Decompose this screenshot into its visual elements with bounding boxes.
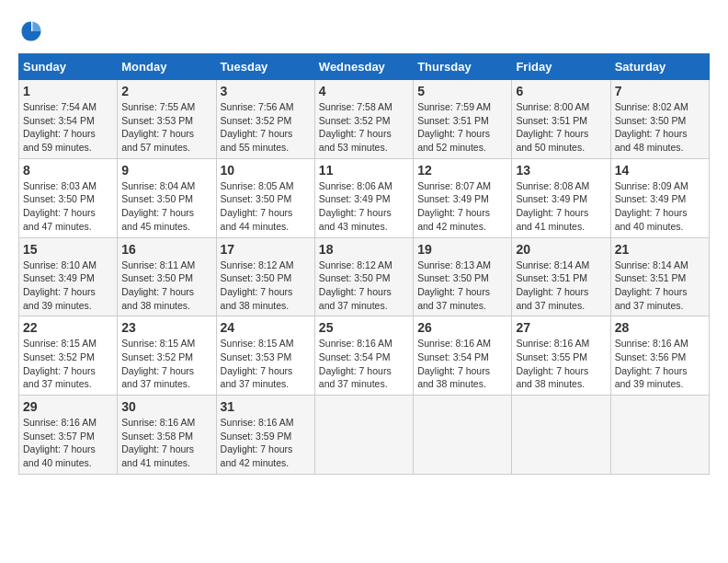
day-info: Sunrise: 8:14 AMSunset: 3:51 PMDaylight:… (615, 259, 688, 311)
calendar-cell: 25Sunrise: 8:16 AMSunset: 3:54 PMDayligh… (314, 316, 413, 396)
calendar-cell: 17Sunrise: 8:12 AMSunset: 3:50 PMDayligh… (216, 237, 314, 316)
day-info: Sunrise: 8:12 AMSunset: 3:50 PMDaylight:… (319, 259, 392, 311)
day-number: 10 (221, 163, 311, 178)
day-info: Sunrise: 8:06 AMSunset: 3:49 PMDaylight:… (319, 180, 392, 232)
calendar-cell (610, 396, 709, 475)
day-info: Sunrise: 8:16 AMSunset: 3:54 PMDaylight:… (417, 338, 491, 389)
day-info: Sunrise: 8:05 AMSunset: 3:50 PMDaylight:… (221, 180, 294, 232)
calendar-cell (314, 396, 413, 475)
calendar-week-4: 22Sunrise: 8:15 AMSunset: 3:52 PMDayligh… (19, 316, 710, 396)
calendar-cell: 11Sunrise: 8:06 AMSunset: 3:49 PMDayligh… (314, 158, 413, 237)
calendar-cell: 23Sunrise: 8:15 AMSunset: 3:52 PMDayligh… (118, 316, 216, 396)
day-info: Sunrise: 7:56 AMSunset: 3:52 PMDaylight:… (221, 101, 294, 153)
day-info: Sunrise: 7:59 AMSunset: 3:51 PMDaylight:… (417, 101, 491, 153)
calendar-cell: 22Sunrise: 8:15 AMSunset: 3:52 PMDayligh… (19, 316, 118, 396)
calendar-cell: 8Sunrise: 8:03 AMSunset: 3:50 PMDaylight… (19, 158, 118, 237)
calendar-cell: 1Sunrise: 7:54 AMSunset: 3:54 PMDaylight… (19, 80, 118, 159)
day-number: 2 (121, 84, 211, 98)
day-number: 4 (319, 84, 409, 98)
day-number: 31 (221, 399, 311, 414)
day-info: Sunrise: 8:09 AMSunset: 3:49 PMDaylight:… (615, 180, 688, 232)
day-info: Sunrise: 7:58 AMSunset: 3:52 PMDaylight:… (319, 101, 392, 153)
day-number: 6 (516, 84, 606, 98)
calendar-cell: 15Sunrise: 8:10 AMSunset: 3:49 PMDayligh… (19, 237, 118, 316)
calendar-week-5: 29Sunrise: 8:16 AMSunset: 3:57 PMDayligh… (19, 396, 710, 475)
day-info: Sunrise: 8:03 AMSunset: 3:50 PMDaylight:… (23, 180, 97, 232)
calendar-cell: 9Sunrise: 8:04 AMSunset: 3:50 PMDaylight… (118, 158, 216, 237)
calendar-cell: 12Sunrise: 8:07 AMSunset: 3:49 PMDayligh… (414, 158, 512, 237)
day-info: Sunrise: 8:16 AMSunset: 3:57 PMDaylight:… (23, 417, 97, 468)
day-number: 30 (121, 399, 211, 414)
calendar-week-1: 1Sunrise: 7:54 AMSunset: 3:54 PMDaylight… (19, 80, 710, 159)
day-info: Sunrise: 8:07 AMSunset: 3:49 PMDaylight:… (417, 180, 491, 232)
day-number: 3 (221, 84, 311, 98)
column-header-saturday: Saturday (610, 54, 709, 80)
day-info: Sunrise: 8:15 AMSunset: 3:52 PMDaylight:… (23, 338, 97, 389)
calendar-cell: 31Sunrise: 8:16 AMSunset: 3:59 PMDayligh… (216, 396, 314, 475)
header-row: SundayMondayTuesdayWednesdayThursdayFrid… (19, 54, 710, 80)
column-header-wednesday: Wednesday (314, 54, 413, 80)
column-header-monday: Monday (118, 54, 216, 80)
logo (18, 18, 48, 44)
day-number: 21 (615, 242, 705, 257)
day-number: 11 (319, 163, 409, 178)
calendar-week-3: 15Sunrise: 8:10 AMSunset: 3:49 PMDayligh… (19, 237, 710, 316)
calendar-cell: 13Sunrise: 8:08 AMSunset: 3:49 PMDayligh… (512, 158, 610, 237)
column-header-friday: Friday (512, 54, 610, 80)
calendar-cell: 4Sunrise: 7:58 AMSunset: 3:52 PMDaylight… (314, 80, 413, 159)
day-info: Sunrise: 8:16 AMSunset: 3:56 PMDaylight:… (615, 338, 688, 389)
calendar-cell: 18Sunrise: 8:12 AMSunset: 3:50 PMDayligh… (314, 237, 413, 316)
day-info: Sunrise: 8:16 AMSunset: 3:55 PMDaylight:… (516, 338, 589, 389)
calendar-cell: 28Sunrise: 8:16 AMSunset: 3:56 PMDayligh… (610, 316, 709, 396)
day-number: 14 (615, 163, 705, 178)
calendar-cell: 6Sunrise: 8:00 AMSunset: 3:51 PMDaylight… (512, 80, 610, 159)
day-number: 27 (516, 320, 606, 335)
calendar-cell: 10Sunrise: 8:05 AMSunset: 3:50 PMDayligh… (216, 158, 314, 237)
day-number: 13 (516, 163, 606, 178)
day-info: Sunrise: 8:11 AMSunset: 3:50 PMDaylight:… (121, 259, 195, 311)
day-number: 7 (615, 84, 705, 98)
day-info: Sunrise: 8:04 AMSunset: 3:50 PMDaylight:… (121, 180, 195, 232)
day-number: 24 (221, 320, 311, 335)
day-number: 1 (23, 84, 113, 98)
day-info: Sunrise: 8:08 AMSunset: 3:49 PMDaylight:… (516, 180, 589, 232)
day-info: Sunrise: 8:14 AMSunset: 3:51 PMDaylight:… (516, 259, 589, 311)
day-number: 23 (121, 320, 211, 335)
calendar-cell: 27Sunrise: 8:16 AMSunset: 3:55 PMDayligh… (512, 316, 610, 396)
day-number: 17 (221, 242, 311, 257)
calendar-cell (512, 396, 610, 475)
day-info: Sunrise: 8:12 AMSunset: 3:50 PMDaylight:… (221, 259, 294, 311)
calendar-week-2: 8Sunrise: 8:03 AMSunset: 3:50 PMDaylight… (19, 158, 710, 237)
day-info: Sunrise: 8:16 AMSunset: 3:54 PMDaylight:… (319, 338, 392, 389)
day-info: Sunrise: 8:16 AMSunset: 3:58 PMDaylight:… (121, 417, 195, 468)
logo-icon (18, 18, 44, 44)
day-number: 28 (615, 320, 705, 335)
day-number: 18 (319, 242, 409, 257)
column-header-sunday: Sunday (19, 54, 118, 80)
day-number: 5 (417, 84, 507, 98)
calendar-cell: 30Sunrise: 8:16 AMSunset: 3:58 PMDayligh… (118, 396, 216, 475)
day-info: Sunrise: 7:54 AMSunset: 3:54 PMDaylight:… (23, 101, 97, 153)
calendar-cell: 24Sunrise: 8:15 AMSunset: 3:53 PMDayligh… (216, 316, 314, 396)
day-number: 20 (516, 242, 606, 257)
day-info: Sunrise: 8:10 AMSunset: 3:49 PMDaylight:… (23, 259, 97, 311)
calendar-cell (414, 396, 512, 475)
day-info: Sunrise: 8:02 AMSunset: 3:50 PMDaylight:… (615, 101, 688, 153)
calendar-table: SundayMondayTuesdayWednesdayThursdayFrid… (18, 53, 710, 475)
day-number: 22 (23, 320, 113, 335)
calendar-cell: 16Sunrise: 8:11 AMSunset: 3:50 PMDayligh… (118, 237, 216, 316)
calendar-cell: 14Sunrise: 8:09 AMSunset: 3:49 PMDayligh… (610, 158, 709, 237)
day-number: 16 (121, 242, 211, 257)
calendar-cell: 3Sunrise: 7:56 AMSunset: 3:52 PMDaylight… (216, 80, 314, 159)
column-header-thursday: Thursday (414, 54, 512, 80)
day-info: Sunrise: 8:15 AMSunset: 3:53 PMDaylight:… (221, 338, 294, 389)
calendar-cell: 7Sunrise: 8:02 AMSunset: 3:50 PMDaylight… (610, 80, 709, 159)
day-number: 9 (121, 163, 211, 178)
calendar-cell: 19Sunrise: 8:13 AMSunset: 3:50 PMDayligh… (414, 237, 512, 316)
day-number: 15 (23, 242, 113, 257)
calendar-body: 1Sunrise: 7:54 AMSunset: 3:54 PMDaylight… (19, 80, 710, 475)
column-header-tuesday: Tuesday (216, 54, 314, 80)
calendar-cell: 2Sunrise: 7:55 AMSunset: 3:53 PMDaylight… (118, 80, 216, 159)
day-number: 8 (23, 163, 113, 178)
calendar-cell: 29Sunrise: 8:16 AMSunset: 3:57 PMDayligh… (19, 396, 118, 475)
